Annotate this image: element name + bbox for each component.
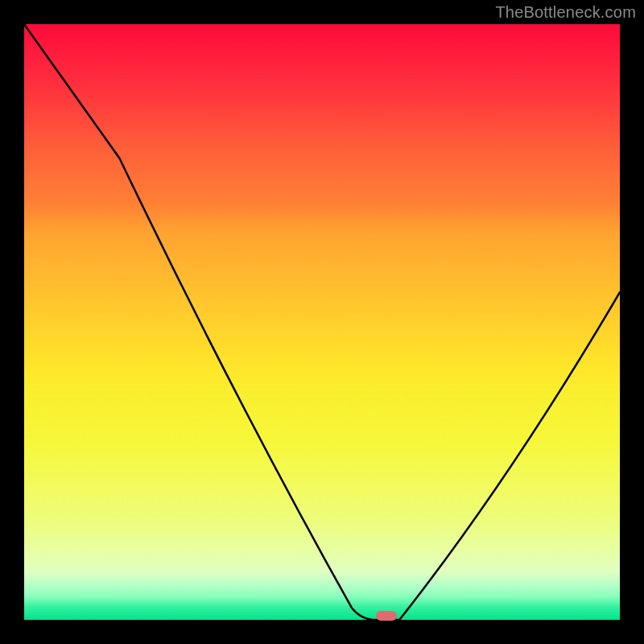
bottleneck-curve-path	[24, 24, 620, 620]
curve-svg	[24, 24, 620, 620]
chart-frame: TheBottleneck.com	[0, 0, 644, 644]
optimal-marker	[376, 611, 397, 621]
plot-area	[24, 24, 620, 620]
watermark-text: TheBottleneck.com	[495, 3, 636, 22]
